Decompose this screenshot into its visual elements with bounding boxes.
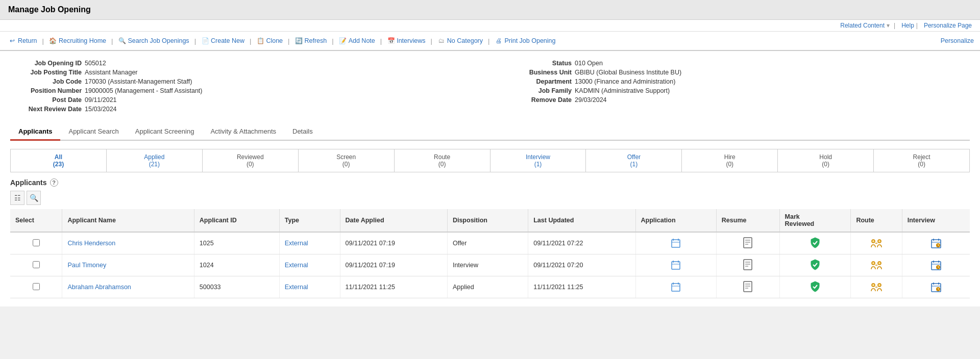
filter-link-applied[interactable]: Applied(21) bbox=[109, 153, 200, 168]
applicant-name-link[interactable]: Paul Timoney bbox=[67, 262, 106, 269]
info-value: KADMIN (Administrative Support) bbox=[575, 87, 670, 94]
help-link[interactable]: Help bbox=[901, 22, 914, 29]
filter-hold[interactable]: Hold(0) bbox=[778, 149, 874, 172]
svg-rect-36 bbox=[672, 284, 680, 291]
search-job-openings-button[interactable]: 🔍 Search Job Openings bbox=[116, 36, 191, 46]
info-row: Business UnitGBIBU (Global Business Inst… bbox=[500, 68, 970, 76]
create-new-label: Create New bbox=[211, 37, 244, 44]
filter-screen[interactable]: Screen(0) bbox=[299, 149, 395, 172]
col-interview: Interview bbox=[902, 209, 970, 232]
tab-applicants[interactable]: Applicants bbox=[10, 123, 60, 141]
create-new-button[interactable]: 📄 Create New bbox=[199, 36, 247, 46]
toolbar-sep-2: | bbox=[111, 37, 113, 45]
filter-offer[interactable]: Offer(1) bbox=[586, 149, 682, 172]
no-category-button[interactable]: 🗂 No Category bbox=[435, 36, 485, 46]
interview-icon[interactable] bbox=[930, 281, 942, 293]
mark-reviewed-cell bbox=[779, 254, 851, 276]
refresh-button[interactable]: 🔄 Refresh bbox=[292, 36, 329, 46]
svg-point-8 bbox=[872, 240, 875, 243]
svg-point-26 bbox=[872, 262, 875, 265]
help-icon[interactable]: ? bbox=[50, 178, 58, 187]
filter-applied[interactable]: Applied(21) bbox=[107, 149, 203, 172]
svg-rect-40 bbox=[744, 281, 752, 292]
filter-route[interactable]: Route(0) bbox=[395, 149, 491, 172]
related-content-link[interactable]: Related Content bbox=[840, 22, 885, 29]
svg-rect-0 bbox=[672, 240, 680, 247]
applicants-label: Applicants bbox=[10, 178, 47, 187]
col-select: Select bbox=[10, 209, 62, 232]
select-cell bbox=[10, 276, 62, 298]
info-row: Status010 Open bbox=[500, 59, 970, 67]
route-icon[interactable] bbox=[870, 237, 883, 249]
interviews-icon: 📅 bbox=[387, 37, 395, 45]
interviews-label: Interviews bbox=[397, 37, 425, 44]
route-icon[interactable] bbox=[870, 259, 883, 271]
tab-details[interactable]: Details bbox=[284, 123, 321, 141]
interview-cell bbox=[902, 276, 970, 298]
info-row: Job Code170030 (Assistant-Management Sta… bbox=[10, 78, 480, 86]
application-cell bbox=[635, 276, 716, 298]
print-job-opening-button[interactable]: 🖨 Print Job Opening bbox=[493, 36, 557, 46]
interviews-button[interactable]: 📅 Interviews bbox=[385, 36, 427, 46]
tab-applicant-search[interactable]: Applicant Search bbox=[60, 123, 127, 141]
application-icon[interactable] bbox=[670, 237, 682, 249]
applicant-name-link[interactable]: Chris Henderson bbox=[67, 240, 115, 247]
route-cell bbox=[851, 276, 902, 298]
application-icon[interactable] bbox=[670, 259, 682, 271]
date-applied-cell: 09/11/2021 07:19 bbox=[340, 254, 447, 276]
info-value: 09/11/2021 bbox=[85, 96, 117, 104]
filter-link-offer[interactable]: Offer(1) bbox=[588, 153, 679, 168]
disposition-cell: Interview bbox=[447, 254, 528, 276]
mark-reviewed-icon[interactable] bbox=[809, 280, 821, 293]
filter-reviewed[interactable]: Reviewed(0) bbox=[203, 149, 299, 172]
tab-activity-attachments[interactable]: Activity & Attachments bbox=[202, 123, 284, 141]
applicant-type-cell: External bbox=[279, 276, 340, 298]
mark-reviewed-icon[interactable] bbox=[809, 259, 821, 271]
select-checkbox[interactable] bbox=[33, 283, 40, 290]
resume-icon[interactable] bbox=[742, 237, 754, 249]
application-icon[interactable] bbox=[670, 281, 682, 293]
info-row: Job FamilyKADMIN (Administrative Support… bbox=[500, 87, 970, 95]
interview-icon[interactable] bbox=[930, 259, 942, 271]
personalize-page-link[interactable]: Personalize Page bbox=[924, 22, 972, 29]
filter-link-interview[interactable]: Interview(1) bbox=[493, 153, 584, 168]
search-icon: 🔍 bbox=[118, 37, 126, 45]
interview-icon[interactable] bbox=[930, 237, 942, 249]
filter-interview[interactable]: Interview(1) bbox=[491, 149, 586, 172]
col-disposition: Disposition bbox=[447, 209, 528, 232]
table-row: Paul Timoney 1024 External 09/11/2021 07… bbox=[10, 254, 970, 276]
filter-all[interactable]: All(23) bbox=[11, 149, 107, 172]
select-checkbox[interactable] bbox=[33, 261, 40, 268]
tabs-bar: ApplicantsApplicant SearchApplicant Scre… bbox=[10, 123, 970, 141]
applicant-name-link[interactable]: Abraham Abrahamson bbox=[67, 284, 131, 291]
top-bar-separator-2: | bbox=[894, 22, 895, 29]
no-category-icon: 🗂 bbox=[437, 37, 446, 45]
info-value: 15/03/2024 bbox=[85, 106, 117, 113]
applicant-id-cell: 1025 bbox=[194, 232, 279, 254]
filter-hire[interactable]: Hire(0) bbox=[682, 149, 778, 172]
personalize-toolbar-link[interactable]: Personalize bbox=[941, 37, 974, 44]
info-label: Department bbox=[500, 78, 572, 85]
table-row: Chris Henderson 1025 External 09/11/2021… bbox=[10, 232, 970, 254]
add-note-button[interactable]: 📝 Add Note bbox=[337, 36, 377, 46]
applicant-type-cell: External bbox=[279, 232, 340, 254]
mark-reviewed-icon[interactable] bbox=[809, 237, 821, 249]
info-value: 010 Open bbox=[575, 60, 603, 67]
applicant-id-cell: 500033 bbox=[194, 276, 279, 298]
table-search-button[interactable]: 🔍 bbox=[27, 191, 41, 205]
filter-reject[interactable]: Reject(0) bbox=[874, 149, 969, 172]
select-checkbox[interactable] bbox=[33, 239, 40, 246]
clone-button[interactable]: 📋 Clone bbox=[254, 36, 285, 46]
recruiting-home-button[interactable]: 🏠 Recruiting Home bbox=[47, 36, 108, 46]
resume-cell bbox=[716, 254, 779, 276]
resume-icon[interactable] bbox=[742, 280, 754, 293]
return-button[interactable]: ↩ Return bbox=[6, 36, 39, 46]
table-grid-button[interactable]: ☷ bbox=[10, 191, 24, 205]
table-row: Abraham Abrahamson 500033 External 11/11… bbox=[10, 276, 970, 298]
route-icon[interactable] bbox=[870, 281, 883, 293]
filter-link-all[interactable]: All(23) bbox=[13, 153, 104, 168]
table-actions: ☷ 🔍 bbox=[10, 191, 970, 205]
col-route: Route bbox=[851, 209, 902, 232]
tab-applicant-screening[interactable]: Applicant Screening bbox=[127, 123, 203, 141]
resume-icon[interactable] bbox=[742, 259, 754, 271]
